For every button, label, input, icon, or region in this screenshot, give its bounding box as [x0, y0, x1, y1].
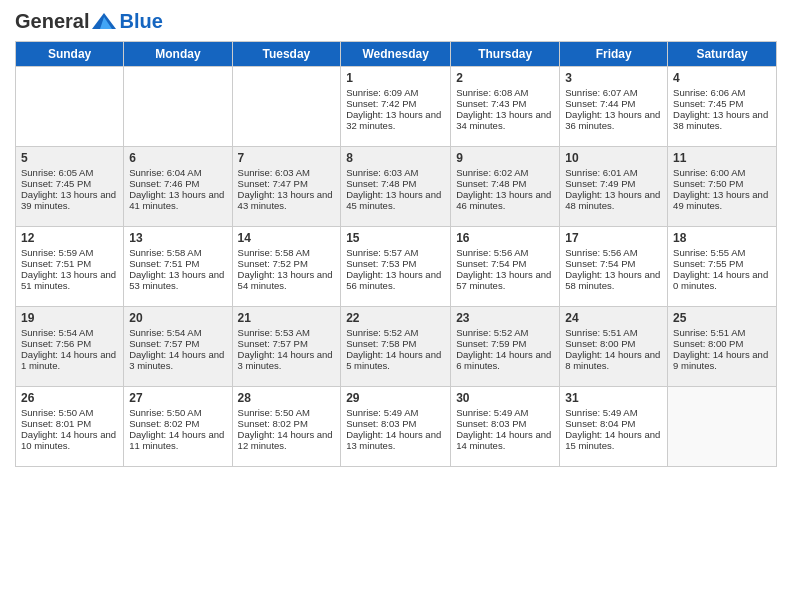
sunrise-text: Sunrise: 5:50 AM	[21, 407, 118, 418]
day-number: 27	[129, 391, 226, 405]
sunrise-text: Sunrise: 5:50 AM	[129, 407, 226, 418]
sunrise-text: Sunrise: 5:58 AM	[238, 247, 336, 258]
day-number: 13	[129, 231, 226, 245]
sunrise-text: Sunrise: 6:08 AM	[456, 87, 554, 98]
calendar-cell: 29Sunrise: 5:49 AMSunset: 8:03 PMDayligh…	[341, 387, 451, 467]
daylight-text: Daylight: 14 hours and 3 minutes.	[238, 349, 336, 371]
daylight-text: Daylight: 14 hours and 0 minutes.	[673, 269, 771, 291]
calendar-cell	[16, 67, 124, 147]
logo-blue: Blue	[119, 10, 162, 33]
sunrise-text: Sunrise: 5:51 AM	[673, 327, 771, 338]
day-number: 31	[565, 391, 662, 405]
sunrise-text: Sunrise: 5:51 AM	[565, 327, 662, 338]
sunrise-text: Sunrise: 6:07 AM	[565, 87, 662, 98]
sunrise-text: Sunrise: 5:52 AM	[456, 327, 554, 338]
calendar-cell: 7Sunrise: 6:03 AMSunset: 7:47 PMDaylight…	[232, 147, 341, 227]
day-number: 15	[346, 231, 445, 245]
daylight-text: Daylight: 13 hours and 46 minutes.	[456, 189, 554, 211]
week-row-4: 19Sunrise: 5:54 AMSunset: 7:56 PMDayligh…	[16, 307, 777, 387]
calendar-cell	[232, 67, 341, 147]
sunset-text: Sunset: 8:03 PM	[346, 418, 445, 429]
daylight-text: Daylight: 13 hours and 39 minutes.	[21, 189, 118, 211]
sunrise-text: Sunrise: 6:01 AM	[565, 167, 662, 178]
daylight-text: Daylight: 14 hours and 3 minutes.	[129, 349, 226, 371]
daylight-text: Daylight: 14 hours and 9 minutes.	[673, 349, 771, 371]
calendar-cell: 18Sunrise: 5:55 AMSunset: 7:55 PMDayligh…	[668, 227, 777, 307]
day-number: 26	[21, 391, 118, 405]
logo-general: General	[15, 10, 89, 33]
daylight-text: Daylight: 14 hours and 6 minutes.	[456, 349, 554, 371]
daylight-text: Daylight: 14 hours and 5 minutes.	[346, 349, 445, 371]
week-row-1: 1Sunrise: 6:09 AMSunset: 7:42 PMDaylight…	[16, 67, 777, 147]
day-number: 29	[346, 391, 445, 405]
day-number: 8	[346, 151, 445, 165]
sunrise-text: Sunrise: 5:56 AM	[565, 247, 662, 258]
day-number: 20	[129, 311, 226, 325]
daylight-text: Daylight: 13 hours and 56 minutes.	[346, 269, 445, 291]
sunset-text: Sunset: 7:48 PM	[346, 178, 445, 189]
sunset-text: Sunset: 7:59 PM	[456, 338, 554, 349]
day-number: 2	[456, 71, 554, 85]
daylight-text: Daylight: 14 hours and 12 minutes.	[238, 429, 336, 451]
day-number: 22	[346, 311, 445, 325]
daylight-text: Daylight: 13 hours and 38 minutes.	[673, 109, 771, 131]
sunset-text: Sunset: 7:52 PM	[238, 258, 336, 269]
day-number: 10	[565, 151, 662, 165]
sunset-text: Sunset: 7:49 PM	[565, 178, 662, 189]
sunset-text: Sunset: 7:53 PM	[346, 258, 445, 269]
calendar: SundayMondayTuesdayWednesdayThursdayFrid…	[15, 41, 777, 467]
day-number: 17	[565, 231, 662, 245]
sunset-text: Sunset: 7:57 PM	[238, 338, 336, 349]
weekday-header-monday: Monday	[124, 42, 232, 67]
sunset-text: Sunset: 8:01 PM	[21, 418, 118, 429]
sunrise-text: Sunrise: 5:55 AM	[673, 247, 771, 258]
sunrise-text: Sunrise: 5:54 AM	[21, 327, 118, 338]
daylight-text: Daylight: 13 hours and 36 minutes.	[565, 109, 662, 131]
calendar-cell: 22Sunrise: 5:52 AMSunset: 7:58 PMDayligh…	[341, 307, 451, 387]
daylight-text: Daylight: 14 hours and 14 minutes.	[456, 429, 554, 451]
calendar-cell: 9Sunrise: 6:02 AMSunset: 7:48 PMDaylight…	[451, 147, 560, 227]
calendar-cell: 2Sunrise: 6:08 AMSunset: 7:43 PMDaylight…	[451, 67, 560, 147]
calendar-cell: 1Sunrise: 6:09 AMSunset: 7:42 PMDaylight…	[341, 67, 451, 147]
weekday-header-sunday: Sunday	[16, 42, 124, 67]
sunrise-text: Sunrise: 5:50 AM	[238, 407, 336, 418]
calendar-cell: 19Sunrise: 5:54 AMSunset: 7:56 PMDayligh…	[16, 307, 124, 387]
daylight-text: Daylight: 14 hours and 15 minutes.	[565, 429, 662, 451]
daylight-text: Daylight: 14 hours and 13 minutes.	[346, 429, 445, 451]
daylight-text: Daylight: 13 hours and 54 minutes.	[238, 269, 336, 291]
sunset-text: Sunset: 7:55 PM	[673, 258, 771, 269]
sunrise-text: Sunrise: 5:57 AM	[346, 247, 445, 258]
day-number: 21	[238, 311, 336, 325]
calendar-cell: 4Sunrise: 6:06 AMSunset: 7:45 PMDaylight…	[668, 67, 777, 147]
calendar-cell: 24Sunrise: 5:51 AMSunset: 8:00 PMDayligh…	[560, 307, 668, 387]
sunrise-text: Sunrise: 5:49 AM	[346, 407, 445, 418]
daylight-text: Daylight: 13 hours and 58 minutes.	[565, 269, 662, 291]
calendar-cell: 26Sunrise: 5:50 AMSunset: 8:01 PMDayligh…	[16, 387, 124, 467]
sunrise-text: Sunrise: 6:02 AM	[456, 167, 554, 178]
week-row-3: 12Sunrise: 5:59 AMSunset: 7:51 PMDayligh…	[16, 227, 777, 307]
sunset-text: Sunset: 8:02 PM	[238, 418, 336, 429]
sunset-text: Sunset: 7:51 PM	[21, 258, 118, 269]
daylight-text: Daylight: 13 hours and 45 minutes.	[346, 189, 445, 211]
day-number: 25	[673, 311, 771, 325]
header: General Blue	[15, 10, 777, 33]
daylight-text: Daylight: 14 hours and 8 minutes.	[565, 349, 662, 371]
calendar-cell: 3Sunrise: 6:07 AMSunset: 7:44 PMDaylight…	[560, 67, 668, 147]
calendar-cell: 21Sunrise: 5:53 AMSunset: 7:57 PMDayligh…	[232, 307, 341, 387]
day-number: 23	[456, 311, 554, 325]
day-number: 30	[456, 391, 554, 405]
day-number: 4	[673, 71, 771, 85]
weekday-header-friday: Friday	[560, 42, 668, 67]
sunrise-text: Sunrise: 6:09 AM	[346, 87, 445, 98]
sunrise-text: Sunrise: 5:53 AM	[238, 327, 336, 338]
daylight-text: Daylight: 14 hours and 10 minutes.	[21, 429, 118, 451]
sunset-text: Sunset: 7:48 PM	[456, 178, 554, 189]
sunset-text: Sunset: 8:00 PM	[565, 338, 662, 349]
calendar-cell: 11Sunrise: 6:00 AMSunset: 7:50 PMDayligh…	[668, 147, 777, 227]
sunset-text: Sunset: 7:50 PM	[673, 178, 771, 189]
calendar-cell	[668, 387, 777, 467]
sunrise-text: Sunrise: 6:04 AM	[129, 167, 226, 178]
calendar-cell: 23Sunrise: 5:52 AMSunset: 7:59 PMDayligh…	[451, 307, 560, 387]
sunrise-text: Sunrise: 5:49 AM	[565, 407, 662, 418]
day-number: 11	[673, 151, 771, 165]
